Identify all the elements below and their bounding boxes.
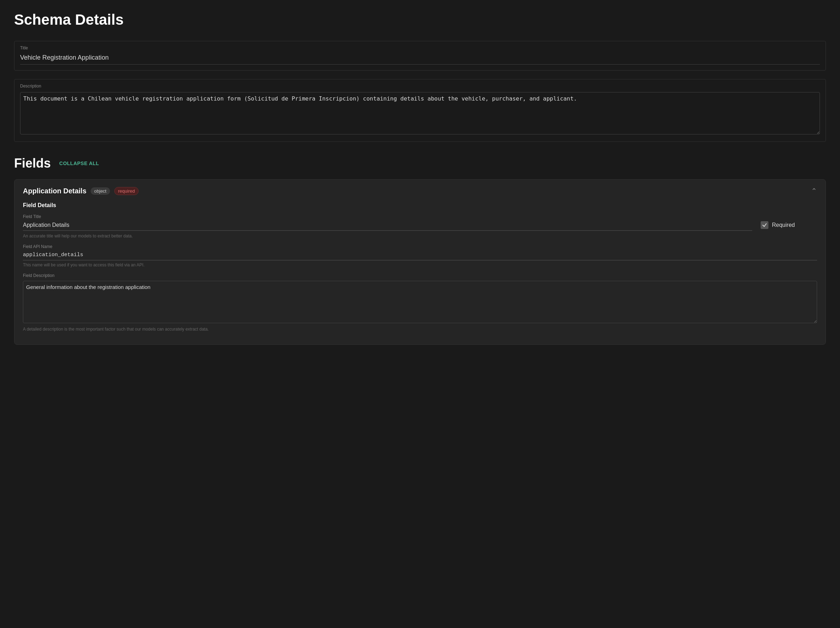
card-title-row: Application Details object required [23, 187, 139, 195]
title-section: Title [14, 41, 826, 71]
field-description-textarea[interactable] [23, 281, 817, 323]
fields-section-title: Fields [14, 156, 51, 171]
field-title-hint: An accurate title will help our models t… [23, 234, 817, 239]
badge-object: object [91, 187, 110, 195]
field-description-label: Field Description [23, 273, 817, 278]
badge-required: required [114, 187, 139, 195]
title-field-label: Title [20, 46, 820, 51]
field-details-title: Field Details [23, 202, 817, 209]
fields-header: Fields COLLAPSE ALL [14, 156, 826, 171]
field-details: Field Details Field Title Required An ac… [23, 202, 817, 332]
card-name: Application Details [23, 187, 87, 195]
required-label: Required [772, 222, 795, 228]
field-description-hint: A detailed description is the most impor… [23, 327, 817, 332]
collapse-all-button[interactable]: COLLAPSE ALL [59, 161, 99, 166]
field-api-name-input[interactable] [23, 250, 817, 260]
application-details-card: Application Details object required ⌃ Fi… [14, 179, 826, 345]
field-title-wrap: Field Title [23, 214, 752, 231]
field-api-name-label: Field API Name [23, 244, 817, 249]
chevron-up-icon[interactable]: ⌃ [811, 187, 817, 195]
field-title-input[interactable] [23, 220, 752, 231]
required-checkbox[interactable] [761, 221, 768, 229]
description-field-label: Description [20, 84, 820, 89]
field-api-name-hint: This name will be used if you want to ac… [23, 263, 817, 267]
page-title: Schema Details [14, 11, 826, 28]
field-title-label: Field Title [23, 214, 752, 219]
card-header: Application Details object required ⌃ [23, 187, 817, 195]
required-check-wrap: Required [761, 214, 817, 229]
description-section: Description [14, 79, 826, 142]
description-textarea[interactable] [20, 92, 820, 134]
title-input[interactable] [20, 52, 820, 65]
field-title-row: Field Title Required [23, 214, 817, 231]
